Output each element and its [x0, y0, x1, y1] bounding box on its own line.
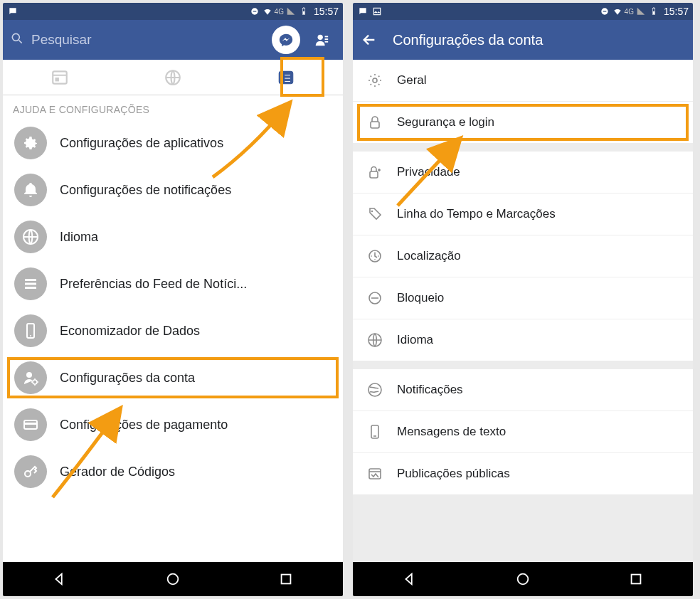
phone-outline-icon — [366, 423, 384, 441]
svg-rect-3 — [303, 11, 304, 14]
screenshot-left: 4G 15:57 Pesquisar — [3, 3, 343, 596]
screenshot-notif-icon — [371, 6, 383, 17]
menu-item-payment[interactable]: Configurações de pagamento — [3, 401, 343, 448]
svg-point-27 — [30, 335, 31, 336]
facebook-header: Configurações da conta — [353, 20, 693, 60]
svg-rect-37 — [373, 8, 380, 14]
search-input[interactable]: Pesquisar — [10, 31, 265, 49]
settings-item-public-posts[interactable]: Publicações públicas — [353, 453, 693, 494]
settings-label: Privacidade — [397, 165, 460, 179]
settings-item-security[interactable]: Segurança e login — [353, 102, 693, 143]
settings-label: Mensagens de texto — [397, 425, 506, 439]
messenger-button[interactable] — [272, 26, 300, 54]
menu-label: Preferências do Feed de Notíci... — [60, 277, 247, 292]
nav-recent-button[interactable] — [615, 566, 657, 592]
settings-item-general[interactable]: Geral — [353, 60, 693, 102]
menu-label: Configurações de aplicativos — [60, 136, 223, 151]
section-title: AJUDA E CONFIGURAÇÕES — [3, 95, 343, 120]
svg-point-29 — [33, 380, 37, 384]
profile-button[interactable] — [307, 26, 336, 54]
signal-icon — [635, 6, 647, 17]
battery-icon — [648, 6, 659, 17]
signal-icon — [285, 6, 297, 17]
settings-item-timeline[interactable]: Linha do Tempo e Marcações — [353, 194, 693, 235]
settings-group: Notificações Mensagens de texto Publicaç… — [353, 369, 693, 494]
menu-label: Configurações da conta — [60, 371, 195, 386]
globe-icon — [366, 331, 384, 349]
menu-item-notifications[interactable]: Configurações de notificações — [3, 166, 343, 213]
nav-recent-button[interactable] — [265, 566, 307, 592]
settings-label: Localização — [397, 249, 461, 263]
svg-rect-21 — [285, 80, 291, 82]
svg-rect-41 — [653, 11, 654, 14]
nav-home-button[interactable] — [152, 566, 194, 592]
svg-line-6 — [19, 40, 22, 43]
menu-item-account-settings[interactable]: Configurações da conta — [3, 354, 343, 401]
svg-rect-1 — [253, 11, 256, 11]
tab-menu[interactable] — [230, 60, 343, 95]
clock: 15:57 — [314, 6, 339, 17]
lock-plus-icon — [366, 163, 384, 181]
svg-point-43 — [373, 78, 377, 83]
svg-rect-25 — [25, 287, 36, 289]
settings-item-text-messages[interactable]: Mensagens de texto — [353, 411, 693, 453]
key-icon — [14, 455, 47, 488]
settings-item-language[interactable]: Idioma — [353, 319, 693, 361]
svg-rect-23 — [25, 279, 36, 281]
svg-rect-17 — [285, 74, 291, 75]
settings-item-location[interactable]: Localização — [353, 235, 693, 277]
facebook-header: Pesquisar — [3, 20, 343, 60]
screenshot-right: 4G 15:57 Configurações da conta Geral — [353, 3, 693, 596]
settings-label: Idioma — [397, 333, 433, 347]
gear-icon — [14, 127, 47, 159]
globe-icon — [14, 221, 47, 253]
message-notif-icon — [357, 6, 368, 17]
tab-bar — [3, 60, 343, 95]
settings-item-privacy[interactable]: Privacidade — [353, 152, 693, 194]
nav-back-button[interactable] — [388, 566, 431, 592]
battery-icon — [298, 6, 309, 17]
menu-item-feed-prefs[interactable]: Preferências do Feed de Notíci... — [3, 260, 343, 307]
block-icon — [366, 289, 384, 307]
menu-label: Configurações de pagamento — [60, 418, 228, 433]
menu-item-data-saver[interactable]: Economizador de Dados — [3, 307, 343, 354]
search-icon — [10, 31, 24, 49]
menu-item-language[interactable]: Idioma — [3, 213, 343, 260]
android-nav-bar — [353, 562, 693, 596]
menu-label: Gerador de Códigos — [60, 465, 175, 479]
settings-item-notifications[interactable]: Notificações — [353, 369, 693, 411]
svg-point-51 — [368, 383, 381, 396]
wifi-icon — [262, 6, 273, 17]
android-nav-bar — [3, 562, 343, 596]
svg-point-28 — [26, 372, 32, 378]
settings-label: Geral — [397, 73, 427, 88]
android-status-bar: 4G 15:57 — [353, 3, 693, 20]
lock-icon — [366, 113, 384, 132]
menu-item-code-generator[interactable]: Gerador de Códigos — [3, 448, 343, 495]
svg-rect-45 — [370, 171, 378, 178]
tab-globe[interactable] — [116, 60, 229, 95]
list-icon — [14, 267, 47, 300]
svg-rect-10 — [325, 41, 329, 43]
android-status-bar: 4G 15:57 — [3, 3, 343, 20]
tab-feed[interactable] — [3, 60, 116, 95]
nav-back-button[interactable] — [38, 566, 81, 592]
svg-point-46 — [371, 211, 373, 212]
settings-label: Segurança e login — [397, 115, 494, 129]
svg-rect-44 — [371, 122, 379, 128]
svg-rect-24 — [25, 283, 36, 285]
menu-item-app-settings[interactable]: Configurações de aplicativos — [3, 120, 343, 166]
svg-rect-39 — [603, 11, 606, 11]
svg-point-7 — [318, 35, 323, 40]
svg-point-57 — [518, 574, 529, 585]
settings-label: Linha do Tempo e Marcações — [397, 207, 556, 221]
svg-rect-19 — [285, 78, 291, 79]
message-notif-icon — [7, 6, 18, 17]
svg-rect-11 — [53, 71, 67, 83]
svg-rect-31 — [24, 423, 37, 425]
svg-rect-36 — [282, 575, 291, 584]
settings-item-blocking[interactable]: Bloqueio — [353, 277, 693, 319]
svg-point-18 — [282, 77, 284, 79]
back-button[interactable] — [361, 32, 377, 48]
nav-home-button[interactable] — [502, 566, 544, 592]
